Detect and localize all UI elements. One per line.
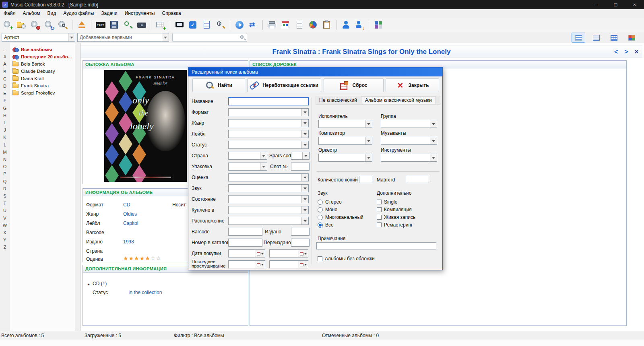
snapshot-icon[interactable] [136, 19, 147, 31]
purchase-date-from[interactable] [228, 249, 265, 257]
tree-item-artist[interactable]: Bela Bartok [10, 60, 75, 68]
packaging-combo[interactable] [228, 163, 267, 171]
user-icon[interactable] [340, 19, 351, 31]
tree-item-artist[interactable]: Diana Krall [10, 75, 75, 82]
view-grid-button[interactable] [607, 33, 621, 43]
purchased-at-combo[interactable] [228, 206, 309, 214]
notes-page-icon[interactable] [201, 19, 213, 31]
category-select[interactable]: Артист [2, 33, 75, 42]
menu-audio-files[interactable]: Аудио файлы [60, 9, 97, 18]
reissued-input[interactable] [291, 239, 310, 247]
close-album-button[interactable]: × [635, 48, 638, 56]
tab-non-classical[interactable]: Не классический [316, 97, 360, 103]
status-combo[interactable] [228, 141, 309, 149]
radio-multichannel[interactable]: Многоканальный [318, 214, 363, 220]
sound-combo[interactable] [228, 184, 309, 192]
released-input[interactable] [291, 228, 310, 236]
alpha-letter[interactable]: G [3, 105, 7, 112]
alpha-letter[interactable]: X [3, 229, 6, 236]
notes-input[interactable] [316, 242, 436, 249]
tree-item-artist[interactable]: Frank Sinatra [10, 82, 75, 89]
instruments-combo[interactable] [381, 154, 437, 162]
group-combo[interactable] [381, 120, 437, 128]
condition-combo[interactable] [228, 195, 309, 203]
add-grid-icon[interactable]: + [155, 19, 166, 31]
catalog-number-input[interactable] [228, 239, 262, 247]
reset-button[interactable]: Сброс [324, 78, 384, 92]
panel-splitter[interactable] [75, 43, 80, 331]
alpha-letter[interactable]: P [3, 170, 6, 177]
radio-stereo[interactable]: Стерео [318, 199, 342, 205]
report-calendar-icon[interactable] [280, 19, 291, 31]
alpha-letter[interactable]: V [3, 214, 6, 222]
import-save-icon[interactable] [109, 19, 120, 31]
close-button[interactable]: × [625, 0, 644, 9]
refresh-discs-icon[interactable]: ↻ [43, 19, 55, 31]
slot-number-input[interactable] [291, 163, 310, 171]
rating-combo[interactable] [228, 173, 309, 181]
format-combo[interactable] [228, 108, 309, 116]
orchestra-combo[interactable] [318, 154, 372, 162]
database-tools-icon[interactable] [30, 19, 41, 31]
alpha-letter[interactable]: M [3, 148, 6, 156]
alpha-hash[interactable]: # [4, 53, 6, 60]
eject-icon[interactable] [76, 19, 87, 31]
radio-all[interactable]: Все [318, 222, 334, 228]
matrix-id-input[interactable] [406, 176, 429, 183]
add-album-icon[interactable]: + [2, 19, 14, 31]
checkbox-no-cover[interactable]: Альбомы без обложки [318, 256, 375, 262]
menu-help[interactable]: Справка [158, 9, 184, 18]
broken-links-button[interactable]: Неработающие ссылки [247, 78, 321, 92]
prev-album-button[interactable]: < [614, 48, 618, 56]
alpha-letter[interactable]: R [3, 185, 6, 192]
menu-album[interactable]: Альбом [19, 9, 44, 18]
last-played-to[interactable] [269, 260, 308, 268]
checkbox-single[interactable]: Single [377, 199, 397, 205]
alpha-letter[interactable]: U [3, 207, 6, 214]
search-input[interactable] [172, 33, 247, 42]
alpha-letter[interactable]: C [3, 75, 6, 82]
alpha-letter[interactable]: K [3, 134, 6, 141]
text-export-icon[interactable]: TEXT [95, 19, 106, 31]
search-disc-icon[interactable] [57, 19, 68, 31]
find-details-icon[interactable]: i [215, 19, 226, 31]
performer-combo[interactable] [318, 120, 372, 128]
barcode-input[interactable] [228, 228, 262, 236]
menu-tasks[interactable]: Задачи [97, 9, 121, 18]
alpha-letter[interactable]: E [3, 90, 6, 97]
composer-combo[interactable] [318, 137, 372, 145]
label-combo[interactable] [228, 130, 309, 138]
genre-combo[interactable] [228, 119, 309, 127]
tree-item-all-albums[interactable]: Все альбомы [10, 46, 75, 53]
clipboard-icon[interactable] [321, 19, 332, 31]
tab-classical[interactable]: Альбом классической музыки [361, 96, 436, 104]
checkbox-compilation[interactable]: Компиляция [377, 207, 412, 212]
document-icon[interactable] [294, 19, 305, 31]
musicians-combo[interactable] [381, 137, 437, 145]
menu-file[interactable]: Файл [0, 9, 19, 18]
print-icon[interactable] [266, 19, 278, 31]
alpha-letter[interactable]: D [3, 82, 6, 90]
menu-tools[interactable]: Инструменты [121, 9, 159, 18]
transfer-icon[interactable]: ⇄ [248, 19, 259, 31]
checkbox-remastered[interactable]: Ремастеринг [377, 222, 413, 228]
radio-mono[interactable]: Моно [318, 207, 337, 212]
sort-select[interactable]: Добавленные первыми [77, 33, 169, 42]
location-combo[interactable] [228, 217, 309, 225]
alpha-letter[interactable]: H [3, 112, 6, 119]
next-album-button[interactable]: > [624, 48, 628, 56]
spars-code-combo[interactable] [291, 152, 310, 160]
last-played-from[interactable] [228, 260, 265, 268]
alpha-letter[interactable]: B [3, 68, 6, 75]
alpha-letter[interactable]: A [3, 60, 6, 68]
alpha-letter[interactable]: I [4, 119, 5, 126]
statistics-pie-icon[interactable] [308, 19, 319, 31]
screen-view-icon[interactable] [174, 19, 185, 31]
menu-view[interactable]: Вид [44, 9, 60, 18]
maximize-button[interactable]: □ [606, 0, 625, 9]
open-album-folder-icon[interactable] [16, 19, 27, 31]
alpha-letter[interactable]: O [3, 163, 7, 170]
view-tiles-button[interactable] [625, 33, 638, 43]
alpha-letter[interactable]: F [4, 97, 6, 104]
tree-item-artist[interactable]: Sergei Prokofiev [10, 89, 75, 97]
